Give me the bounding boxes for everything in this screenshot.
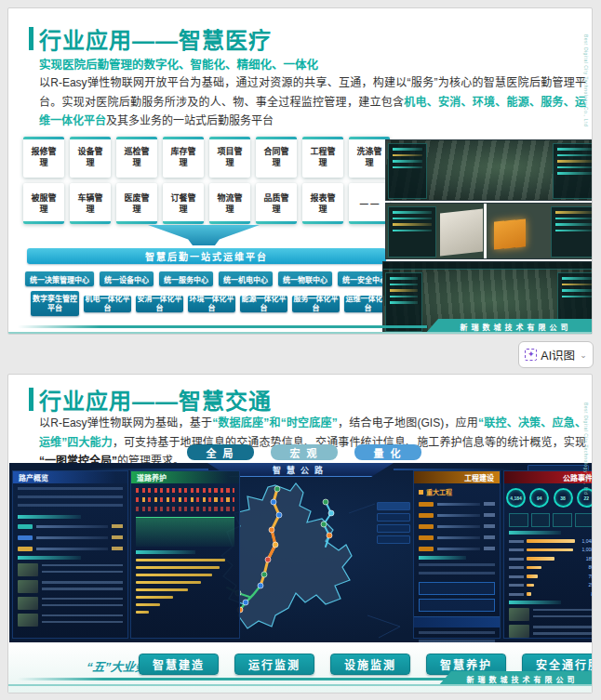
event-item (509, 625, 593, 638)
module-cell: 项目管理 (209, 137, 250, 178)
platform-banner: 智慧后勤一站式运维平台 (27, 248, 386, 264)
slide-smart-transportation: 行业应用——智慧交通 以R-Easy弹性物联网为基础，基于“数据底座”和“时空底… (7, 374, 593, 693)
view-button-quantify[interactable]: 量 化 (354, 444, 421, 460)
view-button-macro[interactable]: 宏 观 (271, 444, 338, 460)
panel-header: 路产概览 (13, 471, 127, 483)
module-label: 品质管理 (261, 192, 291, 215)
module-label: 巡检管理 (122, 146, 152, 168)
footer-thin-line (8, 684, 592, 686)
case-list (18, 563, 123, 627)
gauge-value: 4,184 (506, 488, 526, 508)
module-label: — — (354, 198, 384, 209)
stat-row (18, 522, 123, 530)
hbar (136, 596, 173, 599)
hospital-dashboard-screenshot-1 (385, 139, 593, 201)
body-highlight-1: “数据底座”和“时空底座” (212, 416, 338, 429)
white-building (440, 209, 483, 257)
screenshot-topbar (383, 262, 593, 270)
slide-subtitle: 实现医院后勤管理的数字化、智能化、精细化、一体化 (39, 55, 318, 73)
gauge-value: 38 (554, 488, 573, 508)
section-divider (136, 550, 195, 554)
stats-rows-decor (18, 487, 123, 511)
stats-rows-decor (419, 563, 495, 578)
footer-thin-line (8, 332, 592, 334)
center-pill: 统一决策管理中心 (25, 271, 94, 286)
ai-sparkle-icon: ✦ (525, 349, 537, 361)
map-layer-toggle[interactable] (377, 513, 410, 522)
bullet-icon (419, 490, 423, 495)
project-row (419, 500, 495, 508)
page-title: 行业应用——智慧交通 (39, 383, 272, 416)
platform-pill: 机电一体化平台 (84, 296, 131, 312)
section-divider (18, 556, 81, 560)
biz-button-operation-monitoring[interactable]: 运行监测 (234, 654, 314, 675)
biz-button-construction[interactable]: 智慧建造 (139, 654, 219, 675)
biz-button-facility-monitoring[interactable]: 设施监测 (330, 654, 410, 675)
ai-recognize-button[interactable]: ✦ AI识图 ⌄ (518, 341, 594, 368)
gauge-value: 94 (529, 488, 549, 508)
event-bar: 1,008 (509, 548, 593, 552)
event-bar: 86 (509, 565, 593, 570)
module-cell: 订餐管理 (163, 183, 204, 224)
hud-panel (388, 206, 436, 258)
major-projects-subheader: 重大工程 (419, 487, 495, 496)
smart-highway-dashboard: 智慧公路 (9, 463, 593, 642)
dot-series (136, 497, 234, 502)
module-cell: 报修管理 (23, 137, 64, 178)
project-row (419, 511, 495, 519)
module-cell: — — (349, 183, 390, 224)
platform-pill: 安消一体化平台 (136, 296, 183, 312)
event-bar: 29 (509, 583, 593, 588)
platform-pill: 能源一体化平台 (240, 296, 287, 312)
stat-box (509, 513, 528, 527)
module-cell: 医废管理 (116, 183, 157, 224)
module-cell: 库存管理 (163, 137, 204, 178)
hbar (136, 574, 212, 576)
chevron-down-icon[interactable]: ⌄ (580, 350, 587, 360)
project-highlight-box (419, 599, 495, 612)
module-label: 合同管理 (261, 146, 291, 168)
center-pill: 统一机电中心 (219, 271, 273, 286)
page: { "colors": { "brand_teal": "#0ca19b", "… (0, 0, 601, 700)
case-thumbnail (18, 614, 38, 627)
map-layer-toggle[interactable] (377, 524, 410, 533)
panel-header: 公路事件 (504, 471, 593, 483)
center-pill: 统一设备中心 (100, 271, 154, 286)
bar-value: 29 (588, 583, 593, 588)
section-divider (419, 556, 466, 560)
section-divider (18, 515, 81, 519)
case-item (18, 597, 123, 610)
module-grid: 报修管理 设备管理 巡检管理 库存管理 项目管理 合同管理 工程管理 洗涤管理 … (23, 137, 390, 224)
module-cell: 车辆管理 (70, 183, 111, 224)
section-divider (509, 531, 561, 535)
footer-line (18, 325, 427, 328)
module-label: 工程管理 (308, 146, 338, 168)
safety-quality-band (414, 616, 500, 627)
case-item (18, 580, 123, 593)
project-row (419, 534, 495, 541)
module-label: 库存管理 (168, 146, 198, 168)
map-layer-controls[interactable] (377, 502, 410, 547)
stats-rows-decor (419, 631, 495, 642)
platform-pill: 服务一体化平台 (292, 296, 340, 312)
side-company-text: Best Digital City Technology Co., Ltd (583, 34, 589, 126)
bar-value: 185 (586, 557, 593, 561)
event-gauges: 4,184 94 38 22 (504, 488, 593, 508)
center-pill: 统一服务中心 (159, 271, 213, 286)
section-divider (509, 601, 561, 604)
case-item (18, 614, 123, 627)
map-layer-toggle[interactable] (377, 535, 410, 544)
stat-row (18, 545, 123, 552)
subheader-label: 重大工程 (426, 487, 452, 496)
map-layer-toggle[interactable] (377, 502, 410, 510)
module-cell: 洗涤管理 (349, 137, 390, 178)
stat-row (18, 534, 123, 541)
footer-line (18, 678, 446, 680)
module-cell: 被服管理 (23, 183, 64, 224)
event-bar: 8 (509, 592, 593, 597)
view-button-global[interactable]: 全 局 (187, 444, 254, 460)
traffic-area-chart (136, 517, 234, 547)
slide-body-text: 以R-Easy弹性物联网开放平台为基础，通过对资源的共享、互通，构建以“服务”为… (39, 73, 586, 131)
module-label: 设备管理 (75, 146, 105, 168)
event-bar: 79 (509, 575, 593, 579)
